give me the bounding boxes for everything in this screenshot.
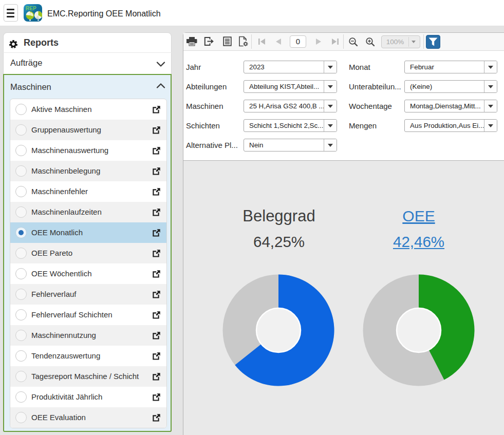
svg-text:REP: REP (26, 6, 36, 11)
